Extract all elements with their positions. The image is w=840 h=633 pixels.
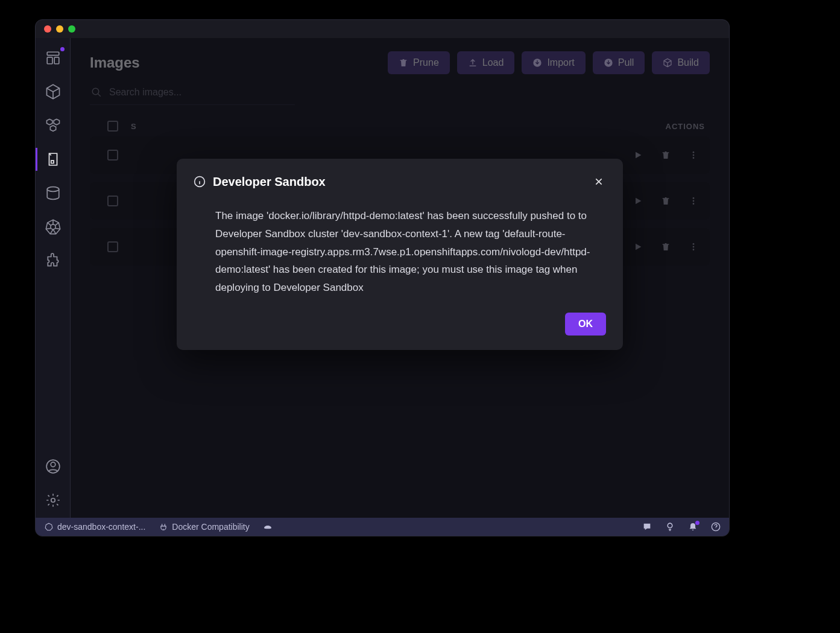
- modal-close-button[interactable]: [592, 174, 606, 189]
- status-context-label: dev-sandbox-context-...: [57, 522, 145, 532]
- modal-overlay: Developer Sandbox The image 'docker.io/l…: [71, 38, 729, 518]
- window-body: Images Prune Load Import Pull: [36, 38, 729, 518]
- svg-point-6: [51, 462, 55, 467]
- sidebar: [36, 38, 71, 518]
- titlebar: [36, 20, 729, 38]
- plug-icon: [159, 522, 168, 532]
- app-window: Images Prune Load Import Pull: [35, 19, 730, 536]
- chat-icon[interactable]: [642, 522, 652, 532]
- sidebar-item-volumes[interactable]: [44, 184, 62, 202]
- notification-dot-icon: [60, 47, 65, 51]
- window-close-icon[interactable]: [44, 25, 51, 33]
- svg-rect-2: [54, 57, 59, 64]
- sidebar-item-images[interactable]: [44, 150, 62, 168]
- sidebar-item-dashboard[interactable]: [44, 49, 62, 67]
- sidebar-item-account[interactable]: [44, 457, 62, 476]
- status-redhat[interactable]: [263, 522, 273, 532]
- help-icon[interactable]: [711, 522, 721, 532]
- info-icon: [194, 176, 206, 188]
- modal-title: Developer Sandbox: [213, 175, 584, 189]
- main-content: Images Prune Load Import Pull: [71, 38, 729, 518]
- status-bar: dev-sandbox-context-... Docker Compatibi…: [36, 518, 729, 536]
- sidebar-item-settings[interactable]: [44, 491, 62, 509]
- sidebar-item-pods[interactable]: [44, 116, 62, 135]
- sidebar-item-containers[interactable]: [44, 83, 62, 101]
- status-context[interactable]: dev-sandbox-context-...: [44, 522, 145, 532]
- modal-ok-button[interactable]: OK: [565, 313, 606, 336]
- svg-point-7: [51, 498, 55, 503]
- hat-icon: [263, 522, 273, 532]
- svg-point-3: [47, 187, 59, 192]
- status-docker[interactable]: Docker Compatibility: [159, 522, 249, 532]
- sidebar-item-extensions[interactable]: [44, 252, 62, 270]
- svg-point-4: [50, 224, 55, 229]
- svg-rect-1: [47, 57, 52, 64]
- modal-dialog: Developer Sandbox The image 'docker.io/l…: [177, 159, 623, 350]
- sidebar-item-kubernetes[interactable]: [44, 218, 62, 236]
- notification-dot-icon: [695, 521, 699, 525]
- modal-body-text: The image 'docker.io/library/httpd-demo:…: [194, 202, 606, 299]
- lightbulb-icon[interactable]: [665, 522, 675, 532]
- kubernetes-icon: [44, 522, 54, 532]
- bell-icon[interactable]: [688, 522, 698, 532]
- status-docker-label: Docker Compatibility: [172, 522, 249, 532]
- svg-rect-0: [47, 52, 59, 55]
- window-zoom-icon[interactable]: [68, 25, 75, 33]
- window-minimize-icon[interactable]: [56, 25, 63, 33]
